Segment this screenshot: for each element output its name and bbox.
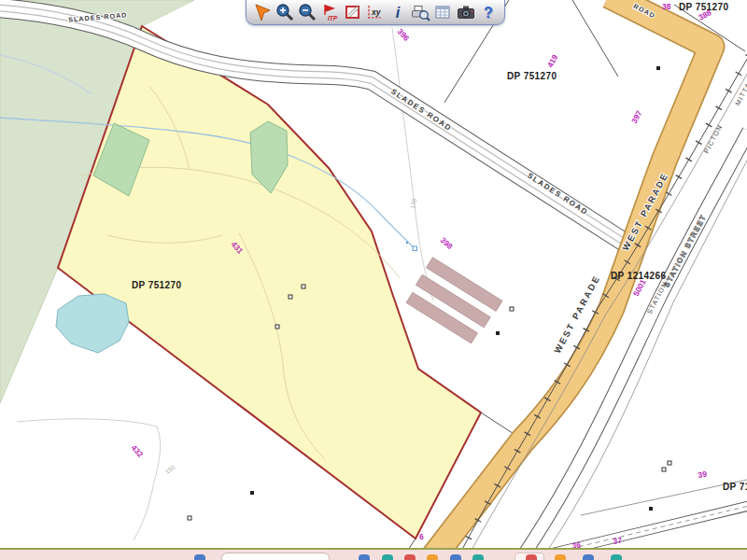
lot-number-6: 6 bbox=[419, 532, 424, 541]
taskbar-app-icon[interactable] bbox=[555, 554, 566, 560]
help-icon[interactable]: ? ? bbox=[477, 1, 499, 23]
snapshot-camera-icon[interactable] bbox=[455, 1, 476, 23]
taskbar-app-icon[interactable] bbox=[450, 554, 461, 560]
taskbar-icons bbox=[0, 550, 747, 560]
svg-text:i: i bbox=[396, 5, 401, 21]
lot-number-37: 37 bbox=[613, 536, 623, 546]
road-label-station-street: STATION STREET bbox=[662, 213, 708, 288]
taskbar-app-icon[interactable] bbox=[359, 554, 370, 560]
taskbar-app-icon[interactable] bbox=[611, 554, 622, 560]
lot-number-396: 396 bbox=[396, 27, 412, 43]
railway-label-mittagong: MITTAGONG bbox=[733, 59, 747, 107]
taskbar-app-icon[interactable] bbox=[583, 554, 594, 560]
itp-marker-icon[interactable]: ITP bbox=[319, 1, 341, 23]
map-viewer-window: DP 751270 DP 751270 DP 751270 DP 1214266… bbox=[0, 0, 747, 560]
redline-draw-icon[interactable] bbox=[342, 1, 363, 23]
dp-label: DP 751270 bbox=[132, 280, 181, 290]
lot-number-38: 38 bbox=[662, 2, 671, 11]
zoom-in-icon[interactable] bbox=[275, 1, 296, 23]
taskbar-app-icon[interactable] bbox=[382, 554, 393, 560]
taskbar-app-icon[interactable] bbox=[526, 554, 537, 560]
road-label-slades-1: SLADES ROAD bbox=[389, 87, 453, 133]
svg-text:ITP: ITP bbox=[328, 15, 338, 21]
stream-gauge-marker bbox=[413, 246, 417, 251]
lot-number-432: 432 bbox=[130, 443, 146, 459]
lot-number-398: 398 bbox=[439, 235, 455, 251]
svg-text:?: ? bbox=[484, 5, 493, 21]
dp-label-clipped: DP 71 bbox=[723, 482, 747, 492]
stream-point-marker bbox=[406, 242, 408, 244]
identify-info-icon[interactable]: i bbox=[388, 1, 409, 23]
taskbar-app-icon[interactable] bbox=[427, 554, 438, 560]
lot-number-39: 39 bbox=[698, 469, 708, 480]
zoom-out-icon[interactable] bbox=[297, 1, 318, 23]
lot-number-419: 419 bbox=[545, 52, 560, 68]
taskbar-app-icon[interactable] bbox=[472, 554, 484, 560]
lot-number-397: 397 bbox=[629, 108, 644, 124]
contour-label-170: 170 bbox=[409, 198, 417, 209]
print-preview-icon[interactable] bbox=[410, 1, 431, 23]
svg-text:xy: xy bbox=[371, 7, 382, 17]
taskbar-search-pill[interactable] bbox=[221, 553, 330, 560]
map-toolbar: ITP xy i bbox=[246, 0, 505, 25]
contour-label-150: 150 bbox=[164, 464, 176, 475]
xy-coordinates-icon[interactable]: xy bbox=[364, 1, 386, 23]
farm-dam-water[interactable] bbox=[56, 294, 129, 353]
dp-label: DP 751270 bbox=[507, 71, 557, 81]
map-canvas[interactable]: DP 751270 DP 751270 DP 751270 DP 1214266… bbox=[0, 0, 747, 560]
select-pointer-icon[interactable] bbox=[252, 1, 274, 23]
taskbar-app-icon[interactable] bbox=[194, 554, 205, 560]
attribute-table-icon[interactable] bbox=[432, 1, 454, 23]
railway-label-picton: PICTON bbox=[702, 123, 725, 155]
taskbar-app-icon[interactable] bbox=[404, 554, 416, 560]
